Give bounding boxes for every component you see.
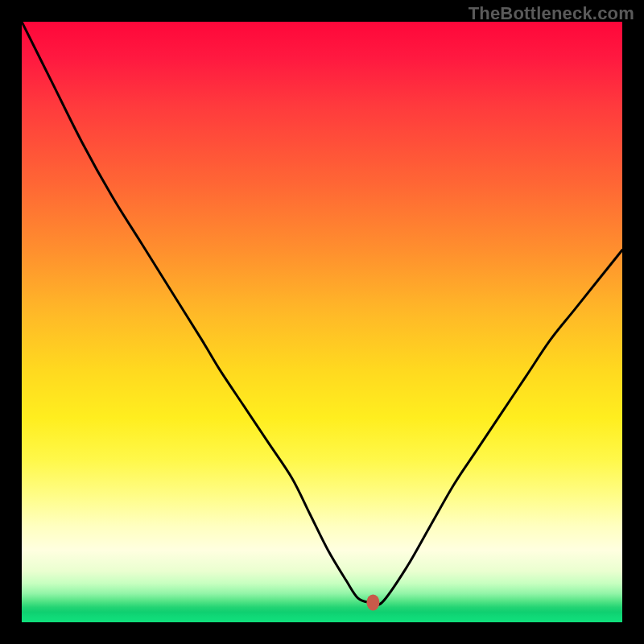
chart-frame: TheBottleneck.com xyxy=(0,0,644,644)
plot-area xyxy=(22,22,622,622)
watermark-text: TheBottleneck.com xyxy=(469,3,634,24)
svg-point-0 xyxy=(366,594,379,610)
optimal-marker xyxy=(22,22,622,622)
